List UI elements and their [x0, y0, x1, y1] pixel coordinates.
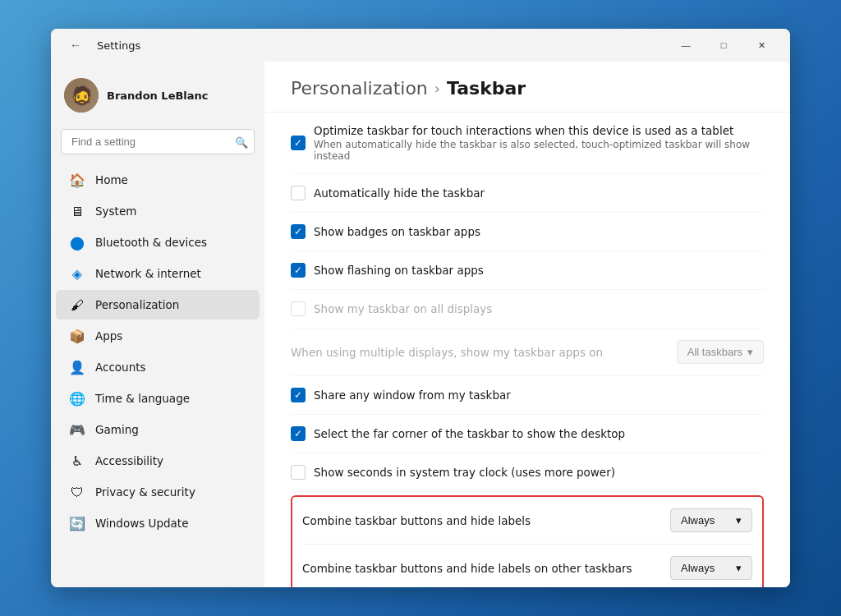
accessibility-icon: ♿: [69, 453, 85, 469]
checkbox-optimize-touch[interactable]: ✓: [291, 136, 306, 150]
page-header: Personalization › Taskbar: [264, 62, 790, 113]
chevron-down-icon: ▾: [736, 514, 742, 526]
chevron-down-icon: ▾: [736, 562, 742, 574]
sidebar-item-home[interactable]: 🏠 Home: [56, 165, 260, 195]
checkbox-auto-hide[interactable]: [291, 186, 306, 200]
label-optimize-touch: Optimize taskbar for touch interactions …: [314, 124, 764, 137]
setting-multiple-displays: When using multiple displays, show my ta…: [291, 329, 764, 376]
system-icon: 🖥: [69, 203, 85, 219]
sidebar-item-gaming[interactable]: 🎮 Gaming: [56, 415, 260, 444]
checkmark-icon: ✓: [294, 226, 302, 237]
sidebar: 🧔 Brandon LeBlanc 🔍 🏠 Home 🖥 System ⬤ Bl…: [51, 62, 264, 587]
breadcrumb-sep: ›: [434, 80, 440, 97]
label-multiple-displays: When using multiple displays, show my ta…: [291, 346, 677, 359]
label-show-seconds: Show seconds in system tray clock (uses …: [314, 466, 615, 479]
checkbox-show-seconds[interactable]: [291, 465, 306, 480]
chevron-down-icon: ▾: [747, 346, 753, 358]
sidebar-item-system-label: System: [95, 205, 136, 218]
sidebar-item-accounts[interactable]: 👤 Accounts: [56, 352, 260, 382]
avatar: 🧔: [64, 78, 99, 113]
apps-icon: 📦: [69, 328, 85, 344]
highlight-row-combine: Combine taskbar buttons and hide labels …: [302, 497, 752, 545]
setting-share-window-left: ✓ Share any window from my taskbar: [291, 388, 511, 402]
search-box: 🔍: [61, 129, 255, 154]
sidebar-item-update[interactable]: 🔄 Windows Update: [56, 508, 260, 538]
sidebar-item-time[interactable]: 🌐 Time & language: [56, 384, 260, 413]
search-input[interactable]: [61, 129, 255, 154]
checkmark-icon: ✓: [294, 428, 302, 439]
setting-auto-hide-left: Automatically hide the taskbar: [291, 186, 485, 200]
dropdown-combine-buttons[interactable]: Always ▾: [670, 508, 752, 532]
sidebar-item-update-label: Windows Update: [95, 517, 188, 530]
checkmark-icon: ✓: [294, 389, 302, 401]
label-show-badges: Show badges on taskbar apps: [314, 225, 480, 238]
checkbox-show-badges[interactable]: ✓: [291, 224, 306, 239]
checkbox-share-window[interactable]: ✓: [291, 388, 306, 402]
label-combine-other: Combine taskbar buttons and hide labels …: [302, 562, 632, 575]
setting-auto-hide: Automatically hide the taskbar: [291, 174, 764, 213]
accounts-icon: 👤: [69, 359, 85, 375]
personalization-icon: 🖌: [69, 297, 85, 313]
checkbox-show-flashing[interactable]: ✓: [291, 263, 306, 278]
settings-scroll: ✓ Optimize taskbar for touch interaction…: [264, 113, 790, 587]
titlebar: ← Settings — □ ✕: [51, 29, 790, 62]
setting-all-displays: Show my taskbar on all displays: [291, 290, 764, 329]
sidebar-item-bluetooth[interactable]: ⬤ Bluetooth & devices: [56, 228, 260, 257]
breadcrumb-parent: Personalization: [291, 78, 428, 99]
label-show-flashing: Show flashing on taskbar apps: [314, 264, 484, 277]
window-controls: — □ ✕: [667, 32, 780, 58]
network-icon: ◈: [69, 265, 85, 282]
setting-share-window: ✓ Share any window from my taskbar: [291, 376, 764, 415]
sidebar-item-network-label: Network & internet: [95, 267, 201, 280]
sidebar-item-network[interactable]: ◈ Network & internet: [56, 259, 260, 288]
search-icon: 🔍: [235, 136, 248, 148]
setting-optimize-touch-left: ✓ Optimize taskbar for touch interaction…: [291, 124, 764, 162]
settings-window: ← Settings — □ ✕ 🧔 Brandon LeBlanc 🔍: [51, 29, 790, 587]
label-auto-hide: Automatically hide the taskbar: [314, 186, 485, 200]
label-all-displays: Show my taskbar on all displays: [314, 302, 492, 315]
setting-optimize-touch: ✓ Optimize taskbar for touch interaction…: [291, 113, 764, 174]
setting-show-flashing: ✓ Show flashing on taskbar apps: [291, 251, 764, 290]
time-icon: 🌐: [69, 390, 85, 407]
sidebar-item-gaming-label: Gaming: [95, 423, 139, 436]
close-button[interactable]: ✕: [742, 32, 780, 58]
sidebar-item-bluetooth-label: Bluetooth & devices: [95, 236, 207, 249]
window-title: Settings: [97, 39, 140, 52]
privacy-icon: 🛡: [69, 484, 85, 500]
sidebar-item-accessibility[interactable]: ♿ Accessibility: [56, 446, 260, 476]
setting-show-seconds: Show seconds in system tray clock (uses …: [291, 453, 764, 492]
gaming-icon: 🎮: [69, 421, 85, 438]
dropdown-combine-other[interactable]: Always ▾: [670, 556, 752, 580]
setting-far-corner-left: ✓ Select the far corner of the taskbar t…: [291, 426, 625, 441]
checkbox-far-corner[interactable]: ✓: [291, 426, 306, 441]
highlight-row-combine-other: Combine taskbar buttons and hide labels …: [302, 545, 752, 587]
setting-optimize-touch-info: Optimize taskbar for touch interactions …: [314, 124, 764, 162]
dropdown-value: All taskbars: [687, 346, 742, 358]
setting-show-seconds-left: Show seconds in system tray clock (uses …: [291, 465, 615, 480]
checkmark-icon: ✓: [294, 264, 302, 276]
sidebar-item-apps[interactable]: 📦 Apps: [56, 321, 260, 351]
update-icon: 🔄: [69, 515, 85, 531]
dropdown-all-taskbars[interactable]: All taskbars ▾: [677, 340, 764, 364]
highlight-box: Combine taskbar buttons and hide labels …: [291, 495, 764, 587]
back-button[interactable]: ←: [64, 34, 87, 57]
breadcrumb: Personalization › Taskbar: [291, 78, 764, 99]
sidebar-item-personalization[interactable]: 🖌 Personalization: [56, 290, 260, 319]
main-content: Personalization › Taskbar ✓ Optimize tas…: [264, 62, 790, 587]
maximize-button[interactable]: □: [705, 32, 742, 58]
sidebar-item-system[interactable]: 🖥 System: [56, 196, 260, 226]
sidebar-item-privacy[interactable]: 🛡 Privacy & security: [56, 477, 260, 507]
titlebar-left: ← Settings: [64, 34, 140, 57]
sidebar-item-home-label: Home: [95, 173, 128, 186]
dropdown-combine-other-value: Always: [681, 562, 715, 574]
setting-far-corner: ✓ Select the far corner of the taskbar t…: [291, 415, 764, 453]
user-section: 🧔 Brandon LeBlanc: [51, 68, 264, 126]
sidebar-item-personalization-label: Personalization: [95, 298, 179, 311]
label-far-corner: Select the far corner of the taskbar to …: [314, 427, 625, 440]
sidebar-item-apps-label: Apps: [95, 329, 122, 342]
minimize-button[interactable]: —: [667, 32, 705, 58]
sidebar-item-accessibility-label: Accessibility: [95, 454, 163, 467]
setting-show-badges: ✓ Show badges on taskbar apps: [291, 213, 764, 251]
label-share-window: Share any window from my taskbar: [314, 388, 511, 402]
checkbox-all-displays: [291, 301, 306, 316]
